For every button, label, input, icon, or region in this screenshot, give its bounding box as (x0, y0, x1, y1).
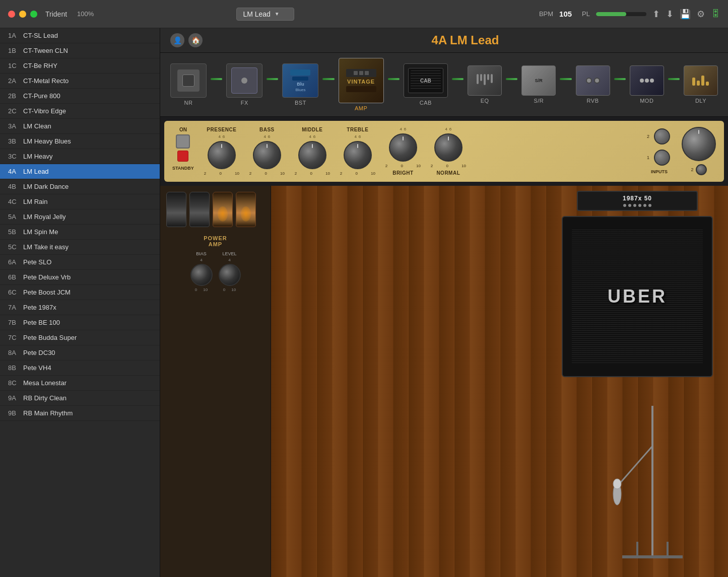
preset-row-3a[interactable]: 3ALM Clean (0, 119, 160, 134)
preset-row-5b[interactable]: 5BLM Spin Me (0, 225, 160, 240)
bass-control: BASS 46 2010 (249, 127, 285, 176)
wire-rvb-mod (614, 78, 626, 80)
amp-box[interactable]: VINTAGE (339, 58, 384, 103)
preset-dropdown[interactable]: LM Lead ▼ (236, 8, 294, 21)
presence-knob[interactable] (208, 141, 236, 169)
wire-sr-rvb (560, 78, 571, 80)
power-amp-section: POWERAMP BIAS 4 010 LEVEL 4 010 (160, 186, 271, 577)
export-icon[interactable]: ⬆ (652, 9, 660, 20)
chain-bst[interactable]: Blu Blues BST (282, 63, 318, 106)
preset-row-9b[interactable]: 9BRB Main Rhythm (0, 406, 160, 421)
home-icon[interactable]: 🏠 (188, 33, 203, 47)
power-switch[interactable] (176, 134, 190, 149)
preset-row-7a[interactable]: 7APete 1987x (0, 300, 160, 315)
traffic-lights (8, 11, 37, 18)
preset-id: 5B (8, 228, 23, 236)
bst-box[interactable]: Blu Blues (282, 63, 318, 98)
preset-row-1c[interactable]: 1CCT-Be RHY (0, 58, 160, 74)
preset-row-6c[interactable]: 6CPete Boost JCM (0, 285, 160, 300)
preset-row-9a[interactable]: 9ARB Dirty Clean (0, 391, 160, 406)
preset-row-8c[interactable]: 8CMesa Lonestar (0, 376, 160, 391)
preset-name: Mesa Lonestar (23, 379, 67, 387)
settings-icon[interactable]: ⚙ (697, 9, 705, 20)
chain-fx[interactable]: FX (226, 63, 262, 106)
user-icon[interactable]: 👤 (170, 33, 184, 47)
inputs-section: 2 1 INPUTS (647, 127, 672, 174)
input-jack-1[interactable] (654, 150, 670, 166)
save-icon[interactable]: 💾 (680, 9, 691, 20)
preset-row-4b[interactable]: 4BLM Dark Dance (0, 179, 160, 194)
preset-row-2c[interactable]: 2CCT-Vibro Edge (0, 104, 160, 119)
preset-row-3b[interactable]: 3BLM Heavy Blues (0, 134, 160, 149)
normal-knob[interactable] (434, 133, 462, 162)
amp-detail-panel: ON STANDBY PRESENCE 46 2010 (164, 121, 724, 182)
preset-row-4a[interactable]: 4ALM Lead (0, 164, 160, 179)
preset-row-2a[interactable]: 2ACT-Metal Recto (0, 74, 160, 89)
plugin-icon[interactable]: 🎛 (711, 9, 720, 19)
chain-dly[interactable]: DLY (684, 65, 718, 104)
pl-label: PL (582, 10, 590, 18)
bass-knob[interactable] (253, 141, 281, 169)
cab-chain-box[interactable]: CAB (404, 63, 448, 98)
preset-row-6a[interactable]: 6APete SLO (0, 255, 160, 270)
preset-name: CT-Vibro Edge (23, 107, 66, 115)
middle-knob[interactable] (298, 141, 326, 169)
preset-id: 2B (8, 92, 23, 100)
mod-label: MOD (640, 98, 653, 104)
preset-row-1b[interactable]: 1BCT-Tween CLN (0, 43, 160, 58)
preset-name: LM Rain (23, 198, 47, 205)
bpm-label: BPM (539, 10, 553, 18)
preset-id: 2C (8, 107, 23, 115)
amp-head[interactable]: 1987x 50 (577, 191, 698, 211)
eq-box[interactable] (468, 65, 502, 96)
chain-nr[interactable]: NR (170, 63, 207, 106)
bias-control: BIAS 4 010 (190, 251, 213, 292)
pl-slider[interactable] (596, 12, 646, 16)
chain-amp[interactable]: VINTAGE AMP (339, 58, 384, 111)
minimize-button[interactable] (19, 11, 26, 18)
headphone-small-knob[interactable] (696, 164, 707, 175)
preset-id: 1C (8, 62, 23, 69)
sr-box[interactable]: S/R (521, 65, 556, 96)
tube-2 (189, 192, 210, 227)
headphone-knob[interactable] (682, 127, 716, 161)
tube-1 (166, 192, 186, 227)
preset-id: 3B (8, 137, 23, 145)
preset-id: 1A (8, 32, 23, 39)
cabinet[interactable]: UBER (562, 216, 713, 377)
middle-label: MIDDLE (302, 127, 322, 132)
right-panel: 👤 🏠 4A LM Lead NR (160, 28, 728, 577)
preset-row-2b[interactable]: 2BCT-Pure 800 (0, 89, 160, 104)
preset-row-1a[interactable]: 1ACT-SL Lead (0, 28, 160, 43)
chain-sr[interactable]: S/R S/R (521, 65, 556, 104)
input-jack-2[interactable] (654, 128, 670, 145)
fx-box[interactable] (226, 63, 262, 98)
treble-knob[interactable] (344, 141, 372, 169)
nr-box[interactable] (170, 63, 207, 98)
preset-row-8a[interactable]: 8APete DC30 (0, 345, 160, 360)
chain-mod[interactable]: MOD (630, 65, 664, 104)
chain-eq[interactable]: EQ (468, 65, 502, 104)
mod-box[interactable] (630, 65, 664, 96)
rvb-box[interactable] (576, 65, 610, 96)
level-knob[interactable] (219, 264, 241, 286)
fx-label: FX (241, 100, 248, 106)
preset-row-6b[interactable]: 6BPete Deluxe Vrb (0, 270, 160, 285)
preset-row-3c[interactable]: 3CLM Heavy (0, 149, 160, 164)
chain-rvb[interactable]: RVB (576, 65, 610, 104)
preset-row-8b[interactable]: 8BPete VH4 (0, 360, 160, 376)
dly-box[interactable] (684, 65, 718, 96)
bias-knob[interactable] (190, 264, 213, 286)
preset-row-4c[interactable]: 4CLM Rain (0, 194, 160, 209)
chain-cab[interactable]: CAB CAB (404, 63, 448, 106)
preset-row-7b[interactable]: 7BPete BE 100 (0, 315, 160, 330)
preset-row-5a[interactable]: 5ALM Royal Jelly (0, 209, 160, 225)
maximize-button[interactable] (30, 11, 37, 18)
bright-knob[interactable] (389, 133, 417, 162)
nr-label: NR (184, 100, 193, 106)
preset-id: 6A (8, 258, 23, 266)
preset-row-7c[interactable]: 7CPete Budda Super (0, 330, 160, 345)
close-button[interactable] (8, 11, 15, 18)
preset-row-5c[interactable]: 5CLM Take it easy (0, 240, 160, 255)
download-icon[interactable]: ⬇ (666, 9, 674, 20)
